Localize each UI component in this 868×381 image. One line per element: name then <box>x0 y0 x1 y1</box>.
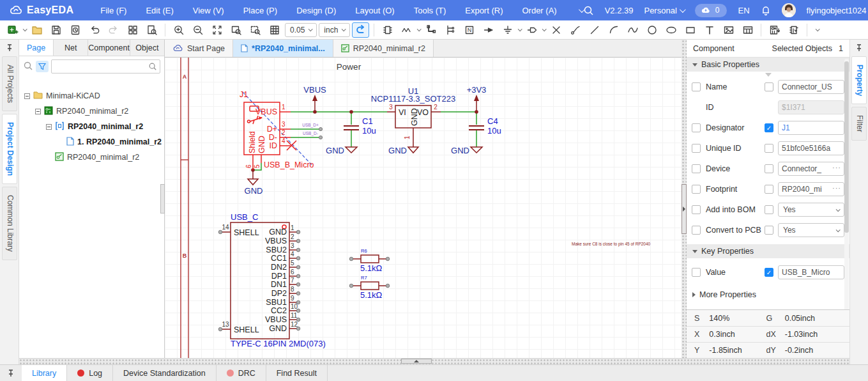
bottom-tab-log[interactable]: Log <box>67 365 113 381</box>
sheet-title[interactable]: Power <box>337 62 362 72</box>
place-ground-button[interactable] <box>499 22 516 38</box>
snap-toggle-button[interactable] <box>352 22 369 38</box>
convert-to-pcb-select[interactable]: Yes <box>778 223 844 237</box>
tab-pcb-document[interactable]: RP2040_minimal_r2 <box>333 40 434 57</box>
left-strip-tab-project-design[interactable]: Project Design <box>2 114 17 184</box>
tree-node-schematic[interactable]: RP2040_minimal_r2 <box>19 119 164 134</box>
bottom-panel-collapse-handle[interactable] <box>401 359 432 364</box>
grid-size-select[interactable]: 0.05 <box>285 23 317 37</box>
save-button[interactable] <box>47 22 65 38</box>
menu-export[interactable]: Export (R) <box>465 6 503 15</box>
account-type-menu[interactable]: Personal <box>644 6 683 15</box>
bottom-splitter[interactable] <box>19 358 849 364</box>
right-strip-tab-filter[interactable]: Filter <box>851 107 867 141</box>
scrollbar-thumb[interactable] <box>844 61 849 233</box>
open-folder-button[interactable] <box>28 22 45 38</box>
tab-net[interactable]: Net <box>54 40 88 56</box>
menu-view[interactable]: View (V) <box>193 6 224 15</box>
language-toggle[interactable]: EN <box>738 6 749 15</box>
tree-expander-icon[interactable] <box>24 93 30 99</box>
property-panel-scrollbar[interactable] <box>844 59 849 309</box>
place-circle-button[interactable] <box>643 22 660 38</box>
net-flag-vbus[interactable]: VBUS <box>303 85 326 112</box>
place-text-button[interactable] <box>701 22 718 38</box>
designator-input[interactable] <box>778 121 844 135</box>
menu-file[interactable]: File (F) <box>100 6 126 15</box>
notifications-bell-icon[interactable] <box>761 5 771 16</box>
designator-show-checkbox[interactable] <box>692 123 701 132</box>
dock-pin-icon[interactable] <box>0 365 22 381</box>
tab-page[interactable]: Page <box>19 40 54 56</box>
place-ellipse-button[interactable] <box>662 22 680 38</box>
place-arc-button[interactable] <box>605 22 622 38</box>
value-input[interactable] <box>778 265 844 279</box>
place-bus-entry-button[interactable] <box>441 22 459 38</box>
place-net-port-dropdown-icon[interactable] <box>542 27 547 31</box>
section-key-properties[interactable]: Key Properties <box>687 244 849 258</box>
search-icon[interactable] <box>583 5 594 16</box>
menu-place[interactable]: Place (P) <box>243 6 277 15</box>
place-net-label-button[interactable]: N <box>461 22 478 38</box>
dock-pin-icon[interactable] <box>6 44 13 54</box>
bottom-tab-drc[interactable]: DRC <box>217 365 266 381</box>
tree-expander-icon[interactable] <box>46 124 52 130</box>
unit-select[interactable]: inch <box>319 23 350 37</box>
annotation-note[interactable]: Make sure C8 is close to pin 45 of RP204… <box>572 242 651 247</box>
menu-layout[interactable]: Layout (O) <box>355 6 394 15</box>
place-symbol-button[interactable] <box>379 22 396 38</box>
value-show-checkbox[interactable] <box>692 268 701 277</box>
footprint-show-checkbox[interactable] <box>692 185 701 194</box>
component-j1-selected[interactable]: J1 VBUS D+ D- ID 1 3 2 4 Shield GND 6 5 … <box>240 90 314 170</box>
tree-node-board[interactable]: RP2040_minimal_r2 <box>19 104 164 119</box>
tree-node-pcb[interactable]: RP2040_minimal_r2 <box>19 150 164 165</box>
add-into-bom-select[interactable]: Yes <box>778 203 844 217</box>
new-design-button[interactable] <box>4 22 21 38</box>
bottom-tab-library[interactable]: Library <box>22 365 67 381</box>
section-more-properties[interactable]: More Properties <box>687 288 849 302</box>
right-strip-tab-property[interactable]: Property <box>851 56 867 104</box>
device-browse-button[interactable]: ··· <box>830 164 841 171</box>
menu-design[interactable]: Design (D) <box>296 6 336 15</box>
designator-visible-checkbox[interactable]: ✓ <box>765 123 773 132</box>
net-flag-3v3[interactable]: +3V3 <box>467 85 487 112</box>
dock-pin-icon[interactable] <box>856 44 862 54</box>
place-wire-button[interactable] <box>398 22 415 38</box>
pcb-visible-checkbox[interactable] <box>765 226 773 235</box>
bom-visible-checkbox[interactable] <box>765 205 773 214</box>
tree-node-project-folder[interactable]: Minimal-KiCAD <box>19 88 164 104</box>
place-no-connect-button[interactable] <box>547 22 565 38</box>
redo-button[interactable] <box>105 22 122 38</box>
fit-view-button[interactable] <box>208 22 225 38</box>
filter-icon[interactable] <box>36 61 49 72</box>
zoom-selection-button[interactable] <box>247 22 264 38</box>
symbol-wizard-button[interactable] <box>766 22 783 38</box>
unique-id-input[interactable] <box>778 141 844 155</box>
component-usb-c[interactable]: USB_C 14 13 SHELL SHELL 1 2 3 4 5 <box>218 212 326 348</box>
tab-component[interactable]: Component <box>88 40 130 56</box>
left-panel-splitter-handle[interactable] <box>160 184 165 214</box>
user-avatar[interactable] <box>782 3 796 17</box>
project-search-input[interactable] <box>51 59 160 74</box>
ic-wizard-button[interactable] <box>785 22 802 38</box>
undo-button[interactable] <box>86 22 103 38</box>
tab-start-page[interactable]: Start Page <box>165 40 233 57</box>
component-r6[interactable]: R6 5.1kΩ <box>349 248 390 273</box>
easyeda-logo[interactable]: EasyEDA <box>9 4 73 16</box>
place-bezier-button[interactable] <box>624 22 641 38</box>
schematic-canvas[interactable]: A B Power VBUS +3V3 <box>165 58 681 358</box>
footprint-visible-checkbox[interactable] <box>765 185 773 194</box>
place-net-flag-button[interactable] <box>480 22 497 38</box>
name-visible-checkbox[interactable] <box>765 82 773 91</box>
menu-tools[interactable]: Tools (T) <box>414 6 446 15</box>
pcb-show-checkbox[interactable] <box>692 226 701 235</box>
unique-id-show-checkbox[interactable] <box>692 144 701 153</box>
tree-node-sheet-page[interactable]: 1. RP2040_minimal_r2 <box>19 134 164 150</box>
document-preview-button[interactable] <box>143 22 160 38</box>
place-line-button[interactable] <box>586 22 603 38</box>
zoom-in-button[interactable] <box>170 22 187 38</box>
thumbnail-view-button[interactable] <box>124 22 141 38</box>
bottom-tab-find-result[interactable]: Find Result <box>266 365 328 381</box>
place-pin-button[interactable] <box>567 22 584 38</box>
place-wire-dropdown-icon[interactable] <box>417 27 422 31</box>
device-visible-checkbox[interactable] <box>765 164 773 173</box>
